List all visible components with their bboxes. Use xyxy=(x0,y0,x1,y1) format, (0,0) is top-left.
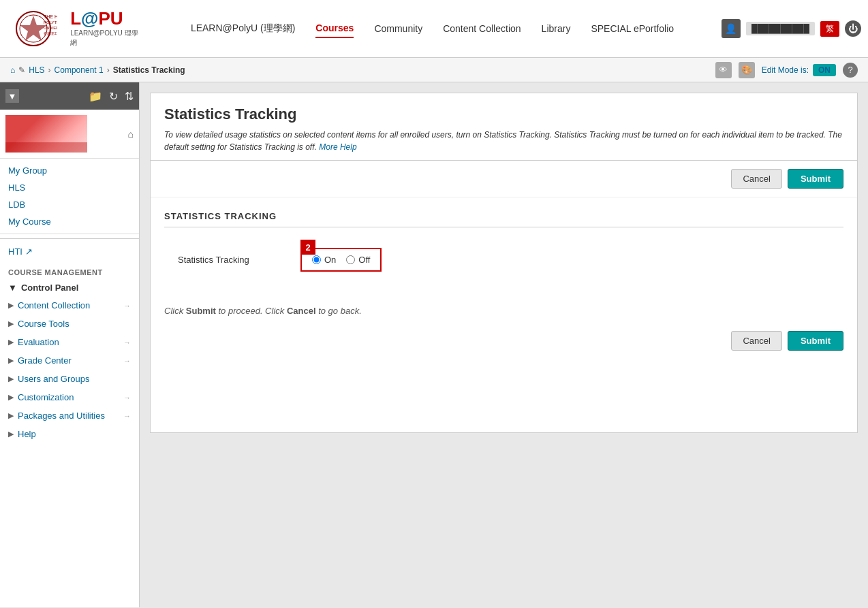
bottom-cancel-button[interactable]: Cancel xyxy=(731,331,781,351)
refresh-tool-button[interactable]: ↻ xyxy=(109,90,118,103)
expand-arrow-content-collection: ▶ xyxy=(8,301,14,310)
sidebar-item-ldb[interactable]: LDB xyxy=(0,196,139,213)
breadcrumb-component1[interactable]: Component 1 xyxy=(55,65,104,75)
sidebar-label-users-and-groups: Users and Groups xyxy=(18,374,90,384)
step-badge: 2 xyxy=(300,240,315,255)
course-home-icon[interactable]: ⌂ xyxy=(128,129,134,140)
breadcrumb-sep-2: › xyxy=(107,65,110,75)
main-layout: ▼ 📁 ↻ ⇅ ⌂ My Group HLS LDB My Course HTI… xyxy=(0,82,868,607)
tracking-section: STATISTICS TRACKING Statistics Tracking … xyxy=(151,197,857,292)
expand-arrow-help: ▶ xyxy=(8,430,14,438)
sidebar-nav-links: My Group HLS LDB My Course xyxy=(0,159,139,234)
top-submit-button[interactable]: Submit xyxy=(788,169,843,189)
language-button[interactable]: 繁 xyxy=(820,21,839,37)
radio-on-label[interactable]: On xyxy=(312,255,336,265)
home-breadcrumb-icon[interactable]: ⌂ xyxy=(10,65,15,75)
radio-off-input[interactable] xyxy=(346,255,355,264)
breadcrumb-sep-1: › xyxy=(48,65,51,75)
content-area: Statistics Tracking To view detailed usa… xyxy=(140,82,868,607)
sidebar-label-evaluation: Evaluation xyxy=(18,337,59,347)
top-action-row: Cancel Submit xyxy=(151,161,857,197)
logo-brand: L@PU xyxy=(70,10,143,27)
svg-text:香港理工大學: 香港理工大學 xyxy=(44,31,57,35)
more-help-link[interactable]: More Help xyxy=(319,142,356,152)
sidebar-item-hls[interactable]: HLS xyxy=(0,179,139,196)
course-card: ⌂ xyxy=(0,110,139,159)
control-panel-arrow: ▼ xyxy=(8,283,17,293)
sidebar-toolbar: ▼ 📁 ↻ ⇅ xyxy=(0,82,139,110)
palette-icon-button[interactable]: 🎨 xyxy=(739,62,755,78)
tracking-controls: 2 On Off xyxy=(300,248,382,272)
polyu-crest: THE HONG KONG POLYTECHNIC UNIVERSITY 香港理… xyxy=(7,8,60,49)
bottom-submit-button[interactable]: Submit xyxy=(788,331,843,351)
sidebar-item-evaluation[interactable]: ▶ Evaluation → xyxy=(0,333,139,351)
nav-link-community[interactable]: Community xyxy=(374,20,422,37)
main-navigation: LEARN@PolyU (理學網) Courses Community Cont… xyxy=(143,0,722,57)
expand-arrow-packages: ▶ xyxy=(8,411,14,420)
footer-text-after: to go back. xyxy=(316,306,362,316)
sidebar-item-customization[interactable]: ▶ Customization → xyxy=(0,388,139,406)
expand-arrow-evaluation: ▶ xyxy=(8,338,14,347)
breadcrumb-current: Statistics Tracking xyxy=(113,65,185,75)
eye-icon-button[interactable]: 👁 xyxy=(715,62,732,78)
description-text: To view detailed usage statistics on sel… xyxy=(164,130,842,152)
breadcrumb-hls[interactable]: HLS xyxy=(29,65,44,75)
content-box: Statistics Tracking To view detailed usa… xyxy=(150,93,858,433)
sidebar-label-course-tools: Course Tools xyxy=(18,319,69,329)
page-title: Statistics Tracking xyxy=(164,106,843,123)
sidebar-item-packages-and-utilities[interactable]: ▶ Packages and Utilities → xyxy=(0,406,139,425)
right-arrow-customization: → xyxy=(123,394,131,402)
course-management-title: COURSE MANAGEMENT xyxy=(0,266,139,279)
radio-on-input[interactable] xyxy=(312,255,321,264)
sidebar-item-grade-center[interactable]: ▶ Grade Center → xyxy=(0,351,139,370)
page-description: To view detailed usage statistics on sel… xyxy=(164,129,843,153)
sidebar-item-hti[interactable]: HTI ↗ xyxy=(0,243,139,260)
sort-tool-button[interactable]: ⇅ xyxy=(125,90,134,103)
svg-text:UNIVERSITY: UNIVERSITY xyxy=(44,26,57,30)
sidebar-item-course-tools[interactable]: ▶ Course Tools xyxy=(0,315,139,333)
folder-tool-button[interactable]: 📁 xyxy=(89,90,102,103)
logo-block: L@PU LEARN@POLYU 理學網 xyxy=(70,10,143,48)
sidebar-item-users-and-groups[interactable]: ▶ Users and Groups xyxy=(0,370,139,388)
expand-arrow-course-tools: ▶ xyxy=(8,319,14,328)
tracking-section-title: STATISTICS TRACKING xyxy=(164,211,843,227)
sidebar-item-my-course[interactable]: My Course xyxy=(0,213,139,230)
nav-link-content-collection[interactable]: Content Collection xyxy=(443,20,521,37)
sidebar-label-customization: Customization xyxy=(18,392,74,402)
tracking-field-label: Statistics Tracking xyxy=(164,255,300,265)
sidebar-collapse-button[interactable]: ▼ xyxy=(5,89,19,103)
nav-link-courses[interactable]: Courses xyxy=(315,19,354,38)
footer-submit-word: Submit xyxy=(186,306,216,316)
nav-link-eportfolio[interactable]: SPECIAL ePortfolio xyxy=(591,20,674,37)
nav-link-learn[interactable]: LEARN@PolyU (理學網) xyxy=(191,19,295,38)
logo-subtitle: LEARN@POLYU 理學網 xyxy=(70,29,143,48)
footer-cancel-word: Cancel xyxy=(287,306,316,316)
breadcrumb-right-icons: 👁 🎨 Edit Mode is: ON ? xyxy=(715,62,858,78)
top-cancel-button[interactable]: Cancel xyxy=(731,169,781,189)
help-icon-button[interactable]: ? xyxy=(843,63,858,78)
right-arrow-evaluation: → xyxy=(123,338,131,347)
right-arrow-content-collection: → xyxy=(123,302,131,310)
breadcrumb-arrow-icon: ✎ xyxy=(18,65,25,75)
footer-text-before: Click xyxy=(164,306,186,316)
sidebar-item-content-collection[interactable]: ▶ Content Collection → xyxy=(0,296,139,315)
sidebar: ▼ 📁 ↻ ⇅ ⌂ My Group HLS LDB My Course HTI… xyxy=(0,82,140,607)
svg-text:THE HONG KONG: THE HONG KONG xyxy=(44,14,57,19)
svg-text:POLYTECHNIC: POLYTECHNIC xyxy=(44,20,57,25)
edit-mode-box: Edit Mode is: ON xyxy=(762,64,836,76)
sidebar-item-my-group[interactable]: My Group xyxy=(0,162,139,179)
edit-mode-toggle[interactable]: ON xyxy=(813,64,836,76)
right-arrow-grade-center: → xyxy=(123,357,131,365)
nav-link-library[interactable]: Library xyxy=(542,20,571,37)
sidebar-label-grade-center: Grade Center xyxy=(18,355,72,366)
user-icon-button[interactable]: 👤 xyxy=(722,19,741,38)
logout-button[interactable]: ⏻ xyxy=(845,20,861,37)
sidebar-item-help[interactable]: ▶ Help xyxy=(0,425,139,443)
svg-marker-2 xyxy=(20,16,47,41)
radio-off-label[interactable]: Off xyxy=(346,255,370,265)
radio-off-text: Off xyxy=(358,255,370,265)
control-panel-item[interactable]: ▼ Control Panel xyxy=(0,279,139,296)
top-navigation: THE HONG KONG POLYTECHNIC UNIVERSITY 香港理… xyxy=(0,0,868,58)
bottom-action-row: Cancel Submit xyxy=(151,323,857,359)
course-thumbnail xyxy=(5,115,87,153)
